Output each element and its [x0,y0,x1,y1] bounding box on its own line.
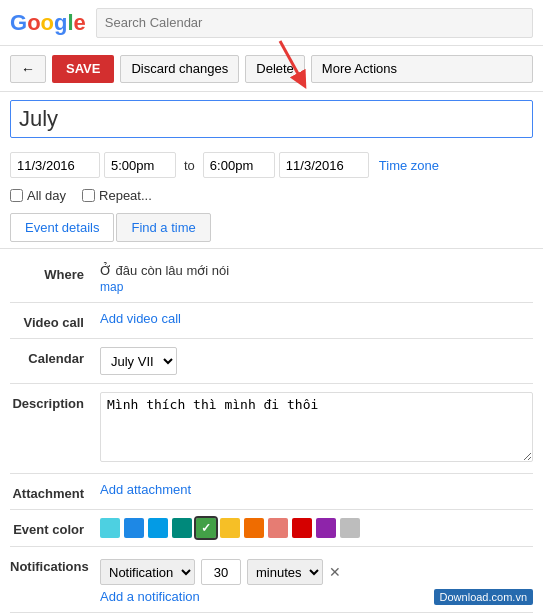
back-button[interactable]: ← [10,55,46,83]
logo-g: G [10,10,27,36]
event-title-row [0,92,543,146]
color-swatch-gray[interactable] [340,518,360,538]
timezone-link[interactable]: Time zone [379,158,439,173]
notification-type-select[interactable]: Notification [100,559,195,585]
logo-e: e [74,10,86,36]
videocall-row: Video call Add video call [10,305,533,336]
videocall-label: Video call [10,311,100,330]
notification-unit-select[interactable]: minutes [247,559,323,585]
color-swatch-teal[interactable] [172,518,192,538]
calendar-value: July VII [100,347,533,375]
attachment-label: Attachment [10,482,100,501]
remove-notification-button[interactable]: ✕ [329,564,341,580]
form-section: Where Ở đâu còn lâu mới nói map Video ca… [0,249,543,615]
where-label: Where [10,263,100,282]
event-color-swatches [100,518,533,538]
allday-checkbox-label[interactable]: All day [10,188,66,203]
divider7 [10,612,533,613]
delete-button[interactable]: Delete [245,55,305,83]
google-logo: G o o g l e [10,10,86,36]
divider5 [10,509,533,510]
start-date-input[interactable] [10,152,100,178]
notification-value-input[interactable] [201,559,241,585]
videocall-value: Add video call [100,311,533,326]
to-label: to [180,158,199,173]
divider1 [10,302,533,303]
color-swatch-red[interactable] [292,518,312,538]
toolbar-container: ← SAVE Discard changes Delete More Actio… [0,46,543,92]
event-color-row: Event color [10,512,533,544]
where-text: Ở đâu còn lâu mới nói [100,263,533,278]
search-input[interactable] [96,8,533,38]
tabs-row: Event details Find a time [0,207,543,249]
color-swatch-green[interactable] [196,518,216,538]
color-swatch-orange2[interactable] [268,518,288,538]
notifications-label: Notifications [10,555,100,574]
save-button[interactable]: SAVE [52,55,114,83]
end-time-input[interactable] [203,152,275,178]
color-swatch-container [100,518,533,538]
tab-find-time[interactable]: Find a time [116,213,210,242]
options-row: All day Repeat... [0,184,543,207]
repeat-checkbox-label[interactable]: Repeat... [82,188,152,203]
end-date-input[interactable] [279,152,369,178]
color-swatch-blue2[interactable] [148,518,168,538]
calendar-row: Calendar July VII [10,341,533,381]
tab-event-details[interactable]: Event details [10,213,114,242]
calendar-label: Calendar [10,347,100,366]
calendar-select[interactable]: July VII [100,347,177,375]
repeat-label: Repeat... [99,188,152,203]
divider6 [10,546,533,547]
attachment-row: Attachment Add attachment [10,476,533,507]
allday-checkbox[interactable] [10,189,23,202]
logo-o1: o [27,10,40,36]
more-actions-button[interactable]: More Actions [311,55,533,83]
start-time-input[interactable] [104,152,176,178]
allday-label: All day [27,188,66,203]
description-row: Description Mình thích thì mình đi thôi [10,386,533,471]
description-input[interactable]: Mình thích thì mình đi thôi [100,392,533,462]
description-label: Description [10,392,100,411]
map-link[interactable]: map [100,280,533,294]
watermark: Download.com.vn [434,589,533,605]
event-title-input[interactable] [10,100,533,138]
attachment-value: Add attachment [100,482,533,497]
where-value: Ở đâu còn lâu mới nói map [100,263,533,294]
datetime-row: to Time zone [0,146,543,184]
toolbar: ← SAVE Discard changes Delete More Actio… [0,46,543,92]
discard-button[interactable]: Discard changes [120,55,239,83]
repeat-checkbox[interactable] [82,189,95,202]
color-swatch-cyan[interactable] [100,518,120,538]
where-row: Where Ở đâu còn lâu mới nói map [10,257,533,300]
color-swatch-blue1[interactable] [124,518,144,538]
add-videocall-link[interactable]: Add video call [100,311,181,326]
divider4 [10,473,533,474]
description-value: Mình thích thì mình đi thôi [100,392,533,465]
color-swatch-yellow[interactable] [220,518,240,538]
divider3 [10,383,533,384]
logo-o2: o [41,10,54,36]
divider2 [10,338,533,339]
color-swatch-orange1[interactable] [244,518,264,538]
event-color-label: Event color [10,518,100,537]
logo-g2: g [54,10,67,36]
notif-controls: Notification minutes ✕ [100,559,533,585]
color-swatch-purple[interactable] [316,518,336,538]
add-attachment-link[interactable]: Add attachment [100,482,191,497]
header: G o o g l e [0,0,543,46]
